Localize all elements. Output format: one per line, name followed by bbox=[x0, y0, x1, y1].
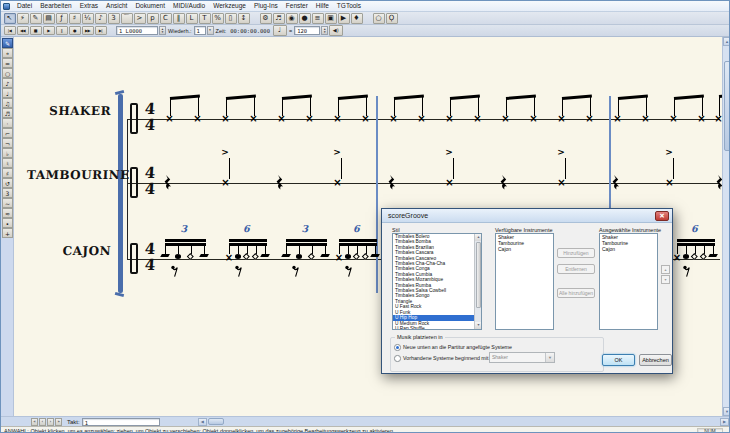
available-instruments-list[interactable]: ShakerTambourineCajon bbox=[495, 233, 554, 330]
sharp-palette-button[interactable]: ♯ bbox=[2, 168, 13, 178]
forward-button[interactable]: ▶▶ bbox=[82, 26, 94, 35]
smart-shape-tool-button[interactable]: ⌒ bbox=[121, 13, 133, 24]
clef-tool-button[interactable]: ƒ bbox=[56, 13, 68, 24]
menu-datei[interactable]: Datei bbox=[13, 1, 36, 11]
speaker-button[interactable]: ◀) bbox=[329, 25, 343, 36]
pause-button[interactable]: ‖ bbox=[56, 26, 68, 35]
first-measure-button[interactable]: « bbox=[31, 418, 38, 426]
repeat-dropdown[interactable]: ▼ bbox=[207, 26, 214, 35]
counter-spinner[interactable]: ▲▼ bbox=[159, 26, 166, 35]
dialog-titlebar[interactable]: scoreGroove bbox=[382, 209, 672, 223]
eighth-rest[interactable] bbox=[171, 263, 178, 281]
time-signature-numerator[interactable]: 4 bbox=[141, 165, 158, 181]
note-slash-head[interactable] bbox=[199, 254, 209, 257]
eighth-rest[interactable] bbox=[292, 263, 299, 281]
playback-tool-button[interactable]: ▶ bbox=[338, 13, 350, 24]
eighth-rest[interactable] bbox=[235, 263, 242, 281]
grace-note-palette-button[interactable]: ∙ bbox=[2, 218, 13, 228]
note-x-head[interactable]: × bbox=[673, 253, 682, 263]
quarter-rest[interactable] bbox=[164, 175, 172, 194]
vscroll-thumb[interactable] bbox=[724, 61, 730, 151]
note-x-head[interactable]: × bbox=[669, 114, 678, 124]
rewind-button[interactable]: ◀◀ bbox=[17, 26, 29, 35]
hscroll-thumb[interactable] bbox=[208, 418, 224, 425]
note-x-head[interactable]: × bbox=[529, 114, 538, 124]
accent-mark[interactable]: > bbox=[332, 148, 342, 157]
note-x-head[interactable]: × bbox=[221, 114, 230, 124]
style-scroll-thumb[interactable] bbox=[476, 242, 481, 308]
staff-label-shaker[interactable]: Shaker bbox=[41, 104, 111, 118]
percussion-clef[interactable] bbox=[130, 167, 138, 198]
hand-grabber-tool-button[interactable]: ○ bbox=[373, 13, 385, 24]
accent-mark[interactable]: > bbox=[444, 148, 454, 157]
expression-tool-button[interactable]: p bbox=[147, 13, 159, 24]
note-slash-head[interactable] bbox=[160, 254, 170, 257]
scroll-down-icon[interactable]: ▼ bbox=[723, 407, 730, 416]
note-x-head[interactable]: × bbox=[333, 114, 342, 124]
speedy-entry-tool-button[interactable]: ⚡ bbox=[17, 13, 29, 24]
sixteenth-notes-palette-button[interactable]: ♬ bbox=[2, 108, 13, 118]
staff-tool-button[interactable]: ▤ bbox=[43, 13, 55, 24]
beamed-notes-palette-button[interactable]: ♫ bbox=[2, 98, 13, 108]
menu-midi-audio[interactable]: MIDI/Audio bbox=[169, 1, 209, 11]
aug-dot-palette-button[interactable]: · bbox=[2, 118, 13, 128]
plus-palette-button[interactable]: + bbox=[2, 228, 13, 238]
notes-tool-button[interactable]: ♬ bbox=[273, 13, 285, 24]
prev-measure-button[interactable]: ‹ bbox=[39, 418, 46, 426]
record-button[interactable]: ● bbox=[69, 26, 81, 35]
percussion-clef[interactable] bbox=[130, 243, 138, 274]
eighth-rest[interactable] bbox=[683, 263, 690, 281]
note-x-head[interactable]: × bbox=[193, 114, 202, 124]
time-signature-denominator[interactable]: 4 bbox=[141, 117, 158, 133]
text-tool-button[interactable]: T bbox=[199, 13, 211, 24]
tuplet-tool-button[interactable]: 3 bbox=[108, 13, 120, 24]
note-x-head[interactable]: × bbox=[473, 114, 482, 124]
note-x-head[interactable]: × bbox=[557, 178, 566, 188]
pencil-palette-button[interactable]: ✎ bbox=[2, 38, 13, 48]
menu-dokument[interactable]: Dokument bbox=[131, 1, 169, 11]
note-x-head[interactable]: × bbox=[557, 114, 566, 124]
time-signature-denominator[interactable]: 4 bbox=[141, 257, 158, 273]
remove-button[interactable]: Entfernen bbox=[557, 264, 595, 274]
style-list-scrollbar[interactable]: ▲▼ bbox=[474, 234, 481, 329]
note-x-head[interactable]: × bbox=[445, 178, 454, 188]
vertical-scrollbar[interactable]: ▲ ▼ bbox=[722, 37, 730, 416]
close-icon[interactable]: ✕ bbox=[655, 211, 669, 221]
note-x-head[interactable]: × bbox=[585, 114, 594, 124]
note-head[interactable] bbox=[175, 254, 181, 258]
eighth-rest-palette-button[interactable]: ¬ bbox=[2, 138, 13, 148]
takt-field[interactable]: 1 bbox=[82, 418, 160, 426]
resize-tool-button[interactable]: ↕ bbox=[238, 13, 250, 24]
style-list-item[interactable]: U Rap Shuffle bbox=[393, 326, 474, 330]
menu-ansicht[interactable]: Ansicht bbox=[102, 1, 131, 11]
note-slash-head[interactable] bbox=[370, 254, 380, 257]
zoom-tool-button[interactable]: Ϙ bbox=[386, 13, 398, 24]
note-x-head[interactable]: × bbox=[389, 114, 398, 124]
accent-mark[interactable]: > bbox=[220, 148, 230, 157]
go-to-start-button[interactable]: |◀ bbox=[4, 26, 16, 35]
menu-plug-ins[interactable]: Plug-Ins bbox=[250, 1, 282, 11]
note-x-head[interactable]: × bbox=[697, 114, 706, 124]
measure-counter-field[interactable]: 1 L0000 bbox=[116, 26, 158, 35]
studio-tool-button[interactable]: ▣ bbox=[325, 13, 337, 24]
style-list[interactable]: Timbales BoleroTimbales BombaTimbales Br… bbox=[392, 233, 482, 330]
dot-palette-button[interactable]: ⚬ bbox=[2, 48, 13, 58]
natural-palette-button[interactable]: ♮ bbox=[2, 158, 13, 168]
note-slash-head[interactable] bbox=[260, 254, 270, 257]
menu-tgtools[interactable]: TGTools bbox=[333, 1, 365, 11]
accent-mark[interactable]: > bbox=[664, 148, 674, 157]
note-x-head[interactable]: × bbox=[501, 114, 510, 124]
note-x-head[interactable]: × bbox=[361, 114, 370, 124]
selected-instruments-list[interactable]: ShakerTambourineCajon bbox=[599, 233, 658, 330]
quarter-rest[interactable] bbox=[388, 175, 396, 194]
whole-note-palette-button[interactable]: ○ bbox=[2, 68, 13, 78]
quarter-rest-palette-button[interactable]: ⌐ bbox=[2, 128, 13, 138]
play-button[interactable]: ▶ bbox=[43, 26, 55, 35]
articulation-tool-button[interactable]: > bbox=[134, 13, 146, 24]
simple-entry-tool-button[interactable]: ✎ bbox=[30, 13, 42, 24]
note-x-head[interactable]: × bbox=[333, 178, 342, 188]
time-signature-numerator[interactable]: 4 bbox=[141, 101, 158, 117]
web-tool-button[interactable]: ◉ bbox=[286, 13, 298, 24]
quarter-rest[interactable] bbox=[612, 175, 620, 194]
selected-instrument-item[interactable]: Cajon bbox=[600, 246, 657, 252]
